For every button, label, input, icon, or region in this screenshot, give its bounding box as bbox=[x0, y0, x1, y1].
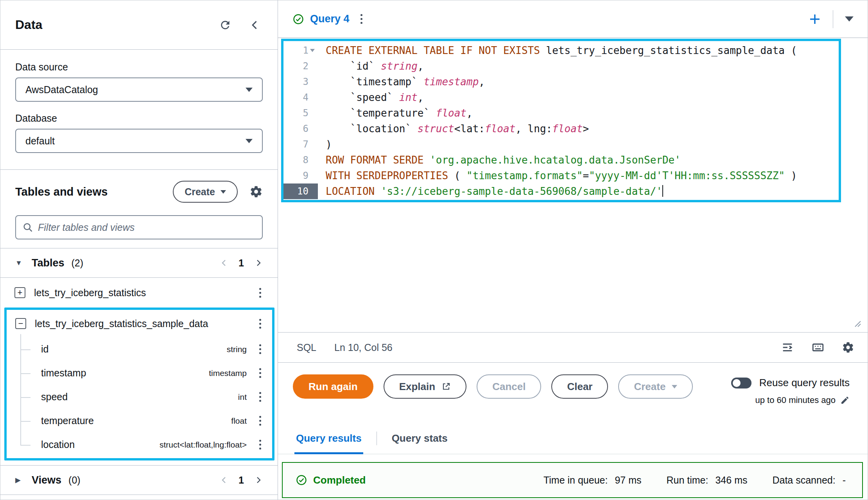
collapse-panel-button[interactable] bbox=[249, 20, 260, 31]
table-name: lets_try_iceberg_statistics_sample_data bbox=[35, 318, 208, 329]
filter-tables-field bbox=[15, 215, 263, 239]
column-name: id bbox=[41, 344, 48, 355]
cursor-position: Ln 10, Col 56 bbox=[334, 342, 393, 353]
sql-editor[interactable]: 12345678910 CREATE EXTERNAL TABLE IF NOT… bbox=[281, 39, 841, 202]
keyboard-icon bbox=[811, 341, 825, 354]
column-menu-icon[interactable] bbox=[257, 342, 264, 356]
shortcuts-button[interactable] bbox=[811, 341, 825, 354]
search-icon bbox=[22, 222, 33, 233]
stat-label: Run time: bbox=[666, 475, 708, 486]
page-next-icon[interactable] bbox=[254, 476, 263, 484]
gutter-line-number: 1 bbox=[283, 43, 318, 58]
reuse-query-results: Reuse query results up to 60 minutes ago bbox=[731, 377, 850, 405]
gutter-line-number: 10 bbox=[283, 183, 318, 199]
query-status-bar: Completed Time in queue:97 msRun time:34… bbox=[282, 462, 863, 498]
query-panel: Query 4 12345678910 CREATE EXTERNAL TABL… bbox=[278, 0, 868, 500]
editor-settings-button[interactable] bbox=[842, 341, 854, 354]
views-count: (0) bbox=[68, 475, 81, 486]
format-query-button[interactable] bbox=[781, 341, 794, 354]
code-line: LOCATION 's3://iceberg-sample-data-56906… bbox=[326, 183, 839, 199]
columns-list: idstringtimestamptimestampspeedinttemper… bbox=[7, 337, 272, 458]
code-line: `temperature` float, bbox=[326, 105, 839, 121]
column-type: int bbox=[238, 392, 247, 402]
gutter-line-number: 3 bbox=[283, 74, 318, 90]
table-row[interactable]: + lets_try_iceberg_statistics bbox=[0, 278, 278, 308]
divider bbox=[377, 432, 377, 445]
create-label: Create bbox=[634, 381, 665, 393]
results-tabbar: Query results Query stats bbox=[278, 423, 868, 454]
tables-section-label: Tables bbox=[32, 257, 65, 269]
check-circle-icon bbox=[296, 475, 307, 486]
table-row[interactable]: − lets_try_iceberg_statistics_sample_dat… bbox=[7, 310, 272, 337]
code-line: `id` string, bbox=[326, 58, 839, 74]
source-controls: Data source AwsDataCatalog Database defa… bbox=[0, 50, 278, 153]
column-menu-icon[interactable] bbox=[257, 414, 264, 428]
reuse-results-toggle[interactable] bbox=[731, 378, 751, 388]
explain-label: Explain bbox=[399, 381, 435, 393]
stat-value: - bbox=[843, 475, 846, 486]
code-lines[interactable]: CREATE EXTERNAL TABLE IF NOT EXISTS lets… bbox=[318, 41, 839, 200]
stat-value: 346 ms bbox=[715, 475, 747, 486]
format-code-icon bbox=[781, 341, 794, 354]
gutter-line-number: 9 bbox=[283, 168, 318, 183]
new-query-button[interactable] bbox=[809, 13, 821, 25]
gear-icon bbox=[249, 185, 263, 198]
page-next-icon[interactable] bbox=[254, 259, 263, 267]
sidebar-header: Data bbox=[0, 0, 278, 50]
query-tabbar: Query 4 bbox=[278, 0, 868, 38]
tables-section-header[interactable]: ▼ Tables (2) 1 bbox=[0, 248, 278, 278]
refresh-button[interactable] bbox=[219, 19, 231, 31]
fold-caret-icon[interactable] bbox=[310, 49, 315, 52]
query-stats-list: Time in queue:97 msRun time:346 msData s… bbox=[543, 475, 846, 486]
views-section-header[interactable]: ▶ Views (0) 1 bbox=[0, 465, 278, 495]
code-line: ROW FORMAT SERDE 'org.apache.hive.hcatal… bbox=[326, 152, 839, 168]
caret-down-icon bbox=[221, 190, 226, 194]
column-type: timestamp bbox=[209, 369, 247, 378]
code-line: `location` struct<lat:float, lng:float> bbox=[326, 121, 839, 137]
column-menu-icon[interactable] bbox=[257, 390, 264, 404]
clear-button[interactable]: Clear bbox=[551, 374, 608, 399]
tab-list-dropdown-button[interactable] bbox=[845, 16, 854, 22]
page-prev-icon[interactable] bbox=[220, 476, 228, 484]
caret-down-icon bbox=[246, 88, 253, 92]
tab-query-results[interactable]: Query results bbox=[294, 423, 363, 454]
page-prev-icon[interactable] bbox=[220, 259, 228, 267]
database-select[interactable]: default bbox=[15, 129, 263, 153]
table-menu-icon[interactable] bbox=[257, 286, 264, 300]
code-line: ) bbox=[326, 137, 839, 152]
tables-count: (2) bbox=[72, 257, 84, 269]
column-row: speedint bbox=[7, 385, 272, 409]
run-again-button[interactable]: Run again bbox=[293, 374, 373, 399]
create-button[interactable]: Create bbox=[173, 181, 238, 203]
edit-pencil-icon[interactable] bbox=[840, 396, 850, 405]
query-tab[interactable]: Query 4 bbox=[293, 12, 365, 26]
data-source-select[interactable]: AwsDataCatalog bbox=[15, 77, 263, 102]
resize-handle-icon[interactable] bbox=[852, 318, 861, 327]
plus-icon bbox=[809, 13, 821, 25]
column-name: temperature bbox=[41, 415, 94, 426]
gutter-line-number: 5 bbox=[283, 105, 318, 121]
column-menu-icon[interactable] bbox=[257, 437, 264, 452]
editor-statusbar: SQL Ln 10, Col 56 bbox=[278, 332, 868, 363]
collapse-icon[interactable]: − bbox=[15, 318, 26, 329]
expand-icon[interactable]: + bbox=[14, 287, 25, 298]
filter-tables-input[interactable] bbox=[38, 222, 256, 233]
data-settings-button[interactable] bbox=[249, 185, 263, 198]
query-tab-menu-icon[interactable] bbox=[358, 12, 365, 26]
create-button-label: Create bbox=[185, 186, 215, 198]
text-cursor bbox=[662, 185, 663, 197]
column-type: float bbox=[231, 416, 247, 426]
column-menu-icon[interactable] bbox=[257, 366, 264, 380]
table-menu-icon[interactable] bbox=[257, 317, 264, 331]
cancel-button: Cancel bbox=[477, 374, 541, 399]
gutter-line-number: 2 bbox=[283, 58, 318, 74]
page-number: 1 bbox=[239, 257, 244, 269]
explain-button[interactable]: Explain bbox=[384, 374, 466, 399]
language-label: SQL bbox=[297, 342, 316, 353]
tab-query-stats[interactable]: Query stats bbox=[390, 423, 449, 454]
create-query-button: Create bbox=[618, 374, 693, 399]
caret-down-icon bbox=[845, 16, 854, 22]
tables-and-views-title: Tables and views bbox=[15, 185, 108, 198]
stat-label: Data scanned: bbox=[772, 475, 835, 486]
stat-item: Data scanned:- bbox=[772, 475, 846, 486]
